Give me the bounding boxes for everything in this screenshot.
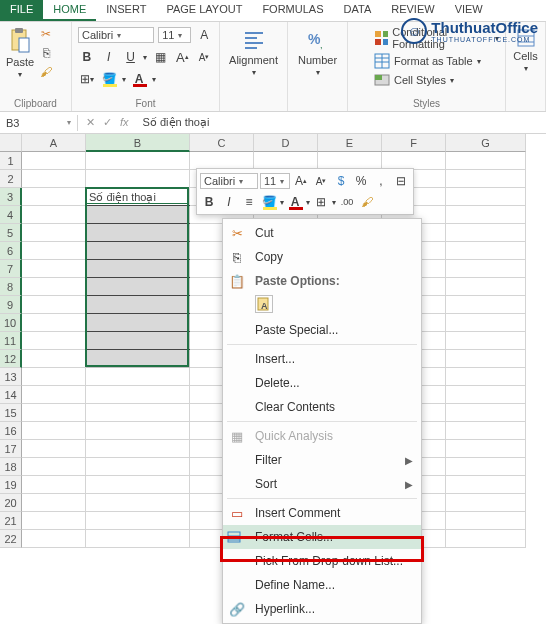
mini-comma-icon[interactable]: , (372, 172, 390, 190)
cell-B6[interactable] (86, 242, 190, 260)
format-painter-icon[interactable]: 🖌 (38, 64, 54, 80)
tab-home[interactable]: HOME (43, 0, 96, 21)
cell-B15[interactable] (86, 404, 190, 422)
ctx-cut[interactable]: ✂Cut (223, 221, 421, 245)
col-header-F[interactable]: F (382, 134, 446, 152)
name-box[interactable]: B3▾ (0, 115, 78, 131)
cell-G11[interactable] (446, 332, 526, 350)
cell-B9[interactable] (86, 296, 190, 314)
cell-G14[interactable] (446, 386, 526, 404)
cell-B11[interactable] (86, 332, 190, 350)
border-button[interactable]: ▦ (151, 48, 169, 66)
cell-B19[interactable] (86, 476, 190, 494)
cell-A9[interactable] (22, 296, 86, 314)
cell-A2[interactable] (22, 170, 86, 188)
cell-G12[interactable] (446, 350, 526, 368)
row-header-12[interactable]: 12 (0, 350, 22, 368)
cell-B20[interactable] (86, 494, 190, 512)
mini-merge-icon[interactable]: ⊟ (392, 172, 410, 190)
cell-B22[interactable] (86, 530, 190, 548)
cell-B13[interactable] (86, 368, 190, 386)
cell-A8[interactable] (22, 278, 86, 296)
cell-G13[interactable] (446, 368, 526, 386)
row-header-6[interactable]: 6 (0, 242, 22, 260)
ctx-clear-contents[interactable]: Clear Contents (223, 395, 421, 419)
cell-A22[interactable] (22, 530, 86, 548)
grow-font-icon[interactable]: A (195, 26, 213, 44)
cell-G10[interactable] (446, 314, 526, 332)
ctx-define-name[interactable]: Define Name... (223, 573, 421, 597)
cell-A4[interactable] (22, 206, 86, 224)
cell-A5[interactable] (22, 224, 86, 242)
row-header-21[interactable]: 21 (0, 512, 22, 530)
mini-align-icon[interactable]: ≡ (240, 193, 258, 211)
alignment-button[interactable]: Alignment ▾ (226, 26, 281, 79)
cell-B3[interactable] (86, 188, 190, 206)
row-header-1[interactable]: 1 (0, 152, 22, 170)
row-header-7[interactable]: 7 (0, 260, 22, 278)
tab-file[interactable]: FILE (0, 0, 43, 21)
ctx-insert-comment[interactable]: ▭Insert Comment (223, 501, 421, 525)
mini-format-painter[interactable]: 🖌 (358, 193, 376, 211)
row-header-13[interactable]: 13 (0, 368, 22, 386)
mini-fill-color[interactable]: 🪣 (260, 193, 278, 211)
ctx-pick-from-list[interactable]: Pick From Drop-down List... (223, 549, 421, 573)
format-as-table-button[interactable]: Format as Table▾ (374, 53, 499, 69)
cell-B17[interactable] (86, 440, 190, 458)
cell-G7[interactable] (446, 260, 526, 278)
cell-G17[interactable] (446, 440, 526, 458)
cell-B2[interactable] (86, 170, 190, 188)
ctx-paste-special[interactable]: Paste Special... (223, 318, 421, 342)
mini-border[interactable]: ⊞ (312, 193, 330, 211)
mini-size-combo[interactable]: 11▾ (260, 173, 290, 189)
cell-B10[interactable] (86, 314, 190, 332)
cell-A20[interactable] (22, 494, 86, 512)
tab-view[interactable]: VIEW (445, 0, 493, 21)
row-header-22[interactable]: 22 (0, 530, 22, 548)
border-dropdown[interactable]: ⊞▾ (78, 70, 96, 88)
cell-A10[interactable] (22, 314, 86, 332)
cell-A16[interactable] (22, 422, 86, 440)
cell-G4[interactable] (446, 206, 526, 224)
cell-G19[interactable] (446, 476, 526, 494)
ctx-format-cells[interactable]: Format Cells... (223, 525, 421, 549)
cut-icon[interactable]: ✂ (38, 26, 54, 42)
row-header-15[interactable]: 15 (0, 404, 22, 422)
row-header-10[interactable]: 10 (0, 314, 22, 332)
row-header-16[interactable]: 16 (0, 422, 22, 440)
font-name-combo[interactable]: Calibri▾ (78, 27, 154, 43)
fx-icon[interactable]: fx (120, 116, 129, 129)
cell-B18[interactable] (86, 458, 190, 476)
paste-button[interactable]: Paste ▾ (6, 26, 34, 80)
tab-page-layout[interactable]: PAGE LAYOUT (156, 0, 252, 21)
col-header-A[interactable]: A (22, 134, 86, 152)
col-header-B[interactable]: B (86, 134, 190, 152)
ctx-hyperlink[interactable]: 🔗Hyperlink... (223, 597, 421, 621)
mini-font-combo[interactable]: Calibri▾ (200, 173, 258, 189)
row-header-5[interactable]: 5 (0, 224, 22, 242)
grow-font-button[interactable]: A▴ (173, 48, 191, 66)
ctx-delete[interactable]: Delete... (223, 371, 421, 395)
cell-G8[interactable] (446, 278, 526, 296)
cell-G16[interactable] (446, 422, 526, 440)
font-size-combo[interactable]: 11▾ (158, 27, 191, 43)
ctx-sort[interactable]: Sort▶ (223, 472, 421, 496)
tab-data[interactable]: DATA (334, 0, 382, 21)
cell-B8[interactable] (86, 278, 190, 296)
row-header-2[interactable]: 2 (0, 170, 22, 188)
italic-button[interactable]: I (100, 48, 118, 66)
paste-option-default[interactable]: A (255, 295, 273, 313)
col-header-E[interactable]: E (318, 134, 382, 152)
conditional-formatting-button[interactable]: Conditional Formatting▾ (374, 26, 499, 50)
mini-accounting-icon[interactable]: $ (332, 172, 350, 190)
tab-review[interactable]: REVIEW (381, 0, 444, 21)
cell-B12[interactable] (86, 350, 190, 368)
mini-decimal-inc[interactable]: .00 (338, 193, 356, 211)
cell-G20[interactable] (446, 494, 526, 512)
cell-G22[interactable] (446, 530, 526, 548)
cell-A18[interactable] (22, 458, 86, 476)
cell-A1[interactable] (22, 152, 86, 170)
mini-italic[interactable]: I (220, 193, 238, 211)
cell-A19[interactable] (22, 476, 86, 494)
row-header-14[interactable]: 14 (0, 386, 22, 404)
